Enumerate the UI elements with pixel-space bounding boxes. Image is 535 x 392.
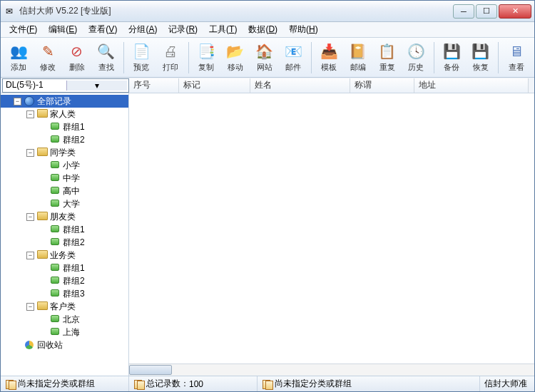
- menu-r[interactable]: 记录(R): [163, 22, 203, 37]
- menu-d[interactable]: 数据(D): [243, 22, 283, 37]
- minimize-button[interactable]: ─: [453, 4, 474, 19]
- menu-a[interactable]: 分组(A): [123, 22, 163, 37]
- menu-e[interactable]: 编辑(E): [43, 22, 83, 37]
- records-icon: [133, 379, 143, 389]
- mail-button[interactable]: 📧邮件: [280, 40, 307, 76]
- tree-group[interactable]: 群组2: [1, 236, 128, 249]
- view-icon: 🖥: [507, 42, 526, 61]
- filter-row: DL(5号)-1 ▾ 序号标记姓名称谓地址: [1, 78, 534, 93]
- tree-node-label: 群组1: [63, 121, 85, 133]
- tree-group[interactable]: 中学: [1, 172, 128, 185]
- menu-v[interactable]: 查看(V): [83, 22, 123, 37]
- tree-node-label: 群组2: [63, 275, 85, 287]
- tree-category[interactable]: −同学类: [1, 146, 128, 159]
- main-area: −全部记录−家人类群组1群组2−同学类小学中学高中大学−朋友类群组1群组2−业务…: [1, 93, 534, 376]
- expander-icon[interactable]: −: [26, 149, 34, 157]
- edit-icon: ✎: [39, 42, 57, 61]
- tree-group[interactable]: 北京: [1, 313, 128, 326]
- tree-group[interactable]: 群组1: [1, 120, 128, 133]
- add-button[interactable]: 👥添加: [5, 40, 33, 76]
- dedup-button[interactable]: 📋重复: [373, 40, 401, 76]
- print-button[interactable]: 🖨打印: [157, 40, 185, 76]
- tree-category[interactable]: −家人类: [1, 108, 128, 120]
- tree-node-icon: [49, 263, 61, 273]
- size-combo-value: DL(5号)-1: [6, 79, 66, 91]
- tree-category[interactable]: −朋友类: [1, 210, 128, 223]
- move-icon: 📂: [226, 42, 245, 61]
- move-button[interactable]: 📂移动: [221, 40, 249, 76]
- tree-root[interactable]: −全部记录: [1, 95, 128, 108]
- maximize-button[interactable]: ☐: [476, 4, 497, 19]
- restore-label: 恢复: [473, 62, 489, 73]
- menu-t[interactable]: 工具(T): [203, 22, 243, 37]
- column-salutation[interactable]: 称谓: [350, 78, 414, 93]
- tree-group[interactable]: 高中: [1, 185, 128, 197]
- search-button[interactable]: 🔍查找: [92, 40, 120, 76]
- column-index[interactable]: 序号: [129, 78, 179, 93]
- edit-button[interactable]: ✎修改: [34, 40, 62, 76]
- tree-category[interactable]: −客户类: [1, 300, 128, 313]
- tree-node-label: 客户类: [50, 301, 76, 313]
- preview-button[interactable]: 📄预览: [128, 40, 156, 76]
- tree-group[interactable]: 大学: [1, 197, 128, 210]
- column-mark[interactable]: 标记: [179, 78, 250, 93]
- tree-group[interactable]: 小学: [1, 159, 128, 172]
- tree-group[interactable]: 群组1: [1, 223, 128, 236]
- menu-f[interactable]: 文件(F): [4, 22, 43, 37]
- tree-group[interactable]: 上海: [1, 326, 128, 339]
- close-button[interactable]: ✕: [499, 4, 531, 19]
- history-label: 历史: [408, 62, 424, 73]
- tree-node-icon: [49, 160, 61, 170]
- preview-label: 预览: [133, 62, 149, 73]
- horizontal-scrollbar[interactable]: [129, 363, 534, 376]
- column-address[interactable]: 地址: [414, 78, 529, 93]
- tree-recycle[interactable]: 回收站: [1, 339, 128, 351]
- tree-node-icon: [49, 289, 61, 299]
- tree-node-label: 业务类: [50, 249, 76, 262]
- postcode-button[interactable]: 📔邮编: [345, 40, 372, 76]
- tree-node-icon: [49, 135, 61, 145]
- folder-icon: [5, 379, 15, 389]
- postcode-icon: 📔: [349, 42, 367, 61]
- expander-icon[interactable]: −: [26, 303, 34, 311]
- expander-icon[interactable]: −: [26, 252, 34, 259]
- folder-icon: [262, 379, 272, 389]
- delete-icon: ⊘: [68, 42, 86, 61]
- delete-button[interactable]: ⊘删除: [63, 40, 91, 76]
- expander-icon[interactable]: −: [26, 213, 34, 221]
- tree-node-label: 朋友类: [50, 211, 76, 223]
- column-name[interactable]: 姓名: [250, 78, 350, 93]
- copy-icon: 📑: [197, 42, 215, 61]
- tree-group[interactable]: 群组3: [1, 287, 128, 300]
- history-button[interactable]: 🕓历史: [402, 40, 430, 76]
- status-cell-2: 总记录数： 100: [129, 376, 258, 391]
- tree-node-icon: [24, 96, 35, 106]
- tree-group[interactable]: 群组2: [1, 274, 128, 287]
- menu-h[interactable]: 帮助(H): [283, 22, 324, 37]
- tree-node-label: 家人类: [50, 108, 76, 120]
- tree-node-icon: [49, 199, 61, 209]
- expander-icon[interactable]: −: [14, 98, 21, 105]
- scroll-thumb[interactable]: [129, 365, 172, 375]
- tree-node-icon: [49, 225, 61, 234]
- tree-category[interactable]: −业务类: [1, 249, 128, 262]
- copy-button[interactable]: 📑复制: [193, 40, 220, 76]
- tree-group[interactable]: 群组1: [1, 262, 128, 274]
- site-button[interactable]: 🏠网站: [250, 40, 278, 76]
- tree-node-label: 群组1: [63, 224, 85, 236]
- template-button[interactable]: 📥模板: [315, 40, 343, 76]
- expander-icon[interactable]: −: [26, 110, 34, 118]
- list-body[interactable]: [129, 93, 534, 363]
- history-icon: 🕓: [407, 42, 425, 61]
- restore-button[interactable]: 💾恢复: [467, 40, 495, 76]
- toolbar-separator: [188, 42, 189, 73]
- site-label: 网站: [257, 62, 272, 73]
- size-combo[interactable]: DL(5号)-1 ▾: [2, 78, 129, 93]
- backup-button[interactable]: 💾备份: [438, 40, 466, 76]
- tree-group[interactable]: 群组2: [1, 133, 128, 146]
- mail-icon: 📧: [284, 42, 302, 61]
- edit-label: 修改: [40, 62, 56, 73]
- chevron-down-icon[interactable]: ▾: [66, 81, 128, 91]
- view-button[interactable]: 🖥查看: [502, 40, 530, 76]
- tree-node-label: 高中: [63, 185, 80, 197]
